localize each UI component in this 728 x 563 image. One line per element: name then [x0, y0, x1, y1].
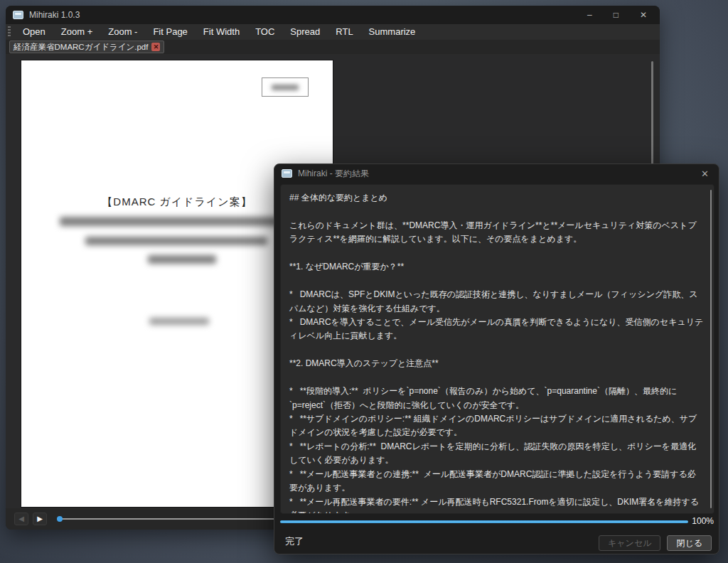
redacted-text-line [149, 318, 209, 325]
previous-page-icon: ◀ [18, 515, 24, 522]
window-title: Mihiraki 1.0.3 [29, 10, 80, 20]
menu-zoom-in[interactable]: Zoom + [53, 24, 100, 40]
menubar: Open Zoom + Zoom - Fit Page Fit Width TO… [6, 24, 660, 40]
summary-text-area[interactable]: ## 全体的な要約とまとめ これらのドキュメント群は、**DMARC導入・運用ガ… [280, 184, 714, 514]
dialog-close-icon[interactable]: ✕ [701, 168, 712, 179]
previous-page-button[interactable]: ◀ [14, 513, 28, 525]
tab-close-icon[interactable]: ✕ [151, 43, 160, 51]
menu-summarize[interactable]: Summarize [361, 24, 424, 40]
menu-zoom-out[interactable]: Zoom - [100, 24, 145, 40]
pdf-stamp-box [262, 77, 309, 97]
document-tab[interactable]: 経済産業省DMARCガイドライン.pdf ✕ [9, 41, 164, 53]
close-icon[interactable]: ✕ [640, 6, 647, 24]
redacted-text-line [85, 237, 267, 245]
window-controls: – □ ✕ [587, 6, 653, 24]
desktop-background: Mihiraki 1.0.3 – □ ✕ Open Zoom + Zoom - … [0, 0, 728, 563]
play-icon: ▶ [37, 515, 43, 522]
progress-bar-fill [280, 520, 688, 523]
summary-scrollbar[interactable] [710, 190, 712, 508]
dialog-app-icon [282, 169, 292, 178]
app-icon [13, 11, 23, 19]
redacted-text-line [60, 217, 299, 226]
menu-drag-handle-icon[interactable] [8, 26, 11, 38]
main-titlebar: Mihiraki 1.0.3 – □ ✕ [6, 6, 660, 24]
close-button[interactable]: 閉じる [667, 535, 712, 551]
redacted-text-line [148, 255, 216, 264]
next-page-button[interactable]: ▶ [33, 513, 47, 525]
cancel-button[interactable]: キャンセル [599, 535, 660, 551]
dialog-titlebar: Mihiraki - 要約結果 ✕ [274, 164, 719, 183]
summary-text: ## 全体的な要約とまとめ これらのドキュメント群は、**DMARC導入・運用ガ… [281, 185, 714, 513]
slider-thumb[interactable] [57, 516, 63, 522]
menu-spread[interactable]: Spread [282, 24, 328, 40]
tab-label: 経済産業省DMARCガイドライン.pdf [14, 42, 148, 53]
menu-fit-page[interactable]: Fit Page [145, 24, 195, 40]
progress-percent: 100% [692, 516, 714, 526]
menu-fit-width[interactable]: Fit Width [196, 24, 247, 40]
dialog-buttons: キャンセル 閉じる [599, 535, 712, 551]
maximize-icon[interactable]: □ [614, 6, 619, 24]
status-text: 完了 [285, 535, 304, 548]
progress-bar [280, 520, 688, 523]
tabbar: 経済産業省DMARCガイドライン.pdf ✕ [6, 40, 660, 54]
menu-open[interactable]: Open [15, 24, 53, 40]
menu-rtl[interactable]: RTL [328, 24, 360, 40]
minimize-icon[interactable]: – [587, 6, 592, 24]
dialog-title: Mihiraki - 要約結果 [298, 168, 369, 180]
redacted-stamp-text [272, 85, 299, 90]
menu-toc[interactable]: TOC [247, 24, 282, 40]
summary-dialog: Mihiraki - 要約結果 ✕ ## 全体的な要約とまとめ これらのドキュメ… [274, 163, 719, 554]
